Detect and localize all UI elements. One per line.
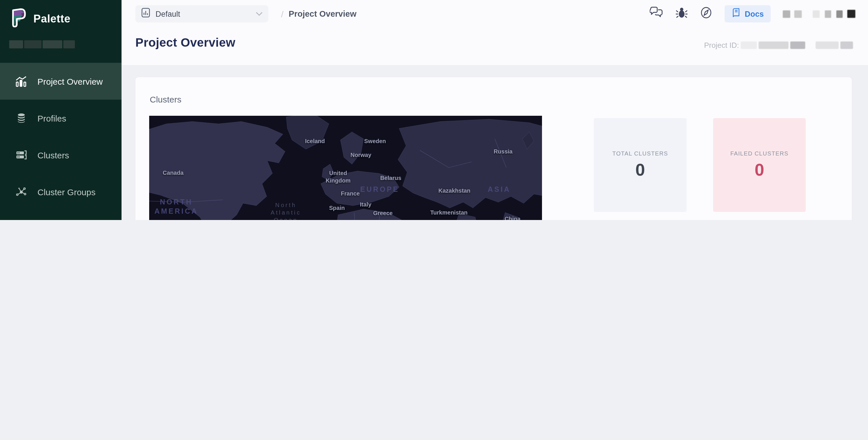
sidebar-item-label: Project Overview bbox=[37, 76, 103, 86]
sidebar-item-workspaces[interactable]: Workspaces bbox=[0, 210, 122, 220]
docs-button[interactable]: Docs bbox=[724, 5, 771, 23]
stat-failed-clusters: FAILED CLUSTERS 0 bbox=[713, 118, 806, 212]
palette-logo-icon bbox=[9, 7, 28, 31]
project-id: Project ID: bbox=[704, 41, 853, 50]
redacted-block bbox=[836, 10, 843, 18]
project-selector-icon bbox=[141, 7, 150, 20]
redacted-topbar-items bbox=[783, 10, 855, 18]
sidebar-item-profiles[interactable]: Profiles bbox=[0, 100, 122, 136]
sidebar-item-clusters[interactable]: Clusters bbox=[0, 136, 122, 174]
page-title: Project Overview bbox=[135, 36, 235, 50]
project-selector-value: Default bbox=[156, 9, 180, 18]
redacted-block bbox=[847, 10, 855, 18]
redacted-block bbox=[813, 10, 819, 18]
molecule-icon bbox=[15, 186, 27, 198]
palette-logo[interactable]: Palette bbox=[0, 0, 122, 31]
sidebar-item-label: Clusters bbox=[37, 150, 69, 160]
sidebar-nav: Project Overview Profiles bbox=[0, 63, 122, 220]
breadcrumb-separator: / bbox=[281, 9, 283, 19]
bug-report-icon[interactable] bbox=[676, 6, 688, 21]
version-redacted bbox=[9, 40, 122, 49]
compass-icon[interactable] bbox=[700, 6, 712, 21]
sidebar-item-label: Cluster Groups bbox=[37, 187, 96, 197]
header: Default / Project Overview bbox=[122, 0, 868, 65]
redacted-block bbox=[825, 10, 831, 18]
sidebar-item-label: Profiles bbox=[37, 113, 66, 123]
app-root: Palette Project Overview bbox=[0, 0, 868, 220]
breadcrumb: / Project Overview bbox=[281, 9, 356, 19]
topbar: Default / Project Overview bbox=[122, 0, 868, 28]
sidebar-item-cluster-groups[interactable]: Cluster Groups bbox=[0, 174, 122, 210]
chat-icon[interactable] bbox=[650, 6, 663, 21]
project-id-label: Project ID: bbox=[704, 41, 739, 50]
sidebar: Palette Project Overview bbox=[0, 0, 122, 220]
docs-button-label: Docs bbox=[745, 9, 764, 18]
redacted-block bbox=[790, 41, 805, 49]
breadcrumb-current[interactable]: Project Overview bbox=[288, 9, 356, 19]
clusters-world-map[interactable]: IcelandSwedenNorwayRussiaCanadaUnited Ki… bbox=[149, 116, 542, 220]
database-icon bbox=[15, 112, 27, 124]
project-selector-dropdown[interactable]: Default bbox=[135, 5, 269, 23]
chevron-down-icon bbox=[256, 11, 262, 16]
stat-total-clusters: TOTAL CLUSTERS 0 bbox=[594, 118, 687, 212]
clusters-card: Clusters bbox=[135, 76, 852, 220]
redacted-block bbox=[758, 41, 788, 49]
server-icon bbox=[15, 149, 27, 161]
redacted-block bbox=[794, 10, 802, 18]
redacted-block bbox=[783, 10, 790, 18]
logo-wordmark: Palette bbox=[33, 13, 70, 25]
sidebar-item-project-overview[interactable]: Project Overview bbox=[0, 63, 122, 100]
clusters-heading: Clusters bbox=[150, 94, 181, 104]
bar-chart-icon bbox=[15, 75, 27, 87]
redacted-block bbox=[815, 41, 839, 49]
book-icon bbox=[732, 8, 741, 20]
redacted-block bbox=[741, 41, 757, 49]
redacted-block bbox=[840, 41, 853, 49]
